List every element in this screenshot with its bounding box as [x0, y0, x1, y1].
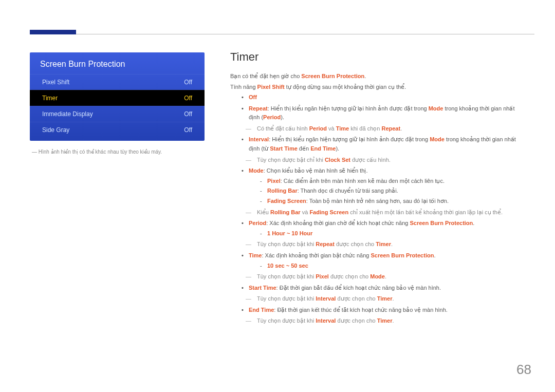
text: . [364, 73, 366, 79]
figcap-text: Hình ảnh hiển thị có thể khác nhau tùy t… [39, 149, 162, 155]
text: Tùy chọn được bật khi [257, 241, 316, 247]
text: tự động dừng sau một khoảng thời gian cụ… [285, 84, 406, 90]
osd-row-pixel-shift[interactable]: Pixel Shift Off [30, 74, 205, 90]
li-interval: Interval: Hiển thị kiểu ngăn hiện tượng … [242, 135, 524, 153]
term-period: Period [309, 125, 327, 132]
term-sec-range: 10 sec ~ 50 sec [267, 263, 308, 269]
sub-fading-screen: Fading Screen: Toàn bộ màn hình trở nên … [260, 197, 524, 206]
osd-row-label: Immediate Display [42, 110, 93, 118]
text: chỉ xuất hiện một lần bất kể khoảng thời… [348, 209, 503, 215]
term-timer: Timer [377, 318, 393, 324]
bullet-list: End Time: Đặt thời gian kết thúc để tắt … [242, 306, 524, 315]
note-start-time: Tùy chọn được bật khi Interval được chọn… [246, 294, 524, 304]
page-number: 68 [516, 362, 531, 378]
section-title: Timer [230, 50, 524, 64]
bullet-list: Mode: Chọn kiểu bảo vệ màn hình sẽ hiển … [242, 166, 524, 206]
text: . [392, 295, 394, 302]
bullet-list: Start Time: Đặt thời gian bắt đầu để kíc… [242, 284, 524, 293]
text: Tùy chọn được bật khi [257, 273, 316, 279]
note-repeat: Có thể đặt cấu hình Period và Time khi đ… [246, 124, 524, 134]
term-rolling-bar: Rolling Bar [267, 188, 298, 194]
term-repeat: Repeat [316, 241, 335, 247]
text: Có thể đặt cấu hình [257, 125, 309, 132]
text: : Đặt thời gian bắt đầu để kích hoạt chứ… [276, 285, 441, 291]
text: được chọn cho [329, 273, 370, 279]
term-start-time: Start Time [270, 145, 298, 152]
text: : Hiển thị kiểu ngăn hiện tượng giữ lại … [268, 105, 429, 111]
osd-row-timer[interactable]: Timer Off [30, 90, 205, 106]
term-time: Time [249, 252, 262, 258]
term-time: Time [336, 125, 349, 132]
text: Tính năng [230, 84, 257, 90]
bullet-list: Interval: Hiển thị kiểu ngăn hiện tượng … [242, 135, 524, 153]
text: : Đặt thời gian kết thúc để tắt kích hoạ… [274, 307, 448, 313]
term-mode: Mode [370, 273, 385, 279]
term-pixel: Pixel [316, 273, 329, 279]
text: Tùy chọn được bật chỉ khi [257, 157, 325, 163]
term-off: Off [249, 94, 257, 100]
dash-list: Pixel: Các điểm ảnh trên màn hình xen kẽ… [260, 177, 524, 206]
text: ). [281, 114, 284, 120]
li-start-time: Start Time: Đặt thời gian bắt đầu để kíc… [242, 284, 524, 293]
header-tab [30, 30, 76, 34]
osd-row-immediate-display[interactable]: Immediate Display Off [30, 106, 205, 122]
osd-row-label: Timer [42, 95, 58, 102]
sub-pixel: Pixel: Các điểm ảnh trên màn hình xen kẽ… [260, 177, 524, 186]
text: : Hiển thị kiểu ngăn hiện tượng giữ lại … [269, 136, 430, 142]
text: ). [336, 145, 339, 152]
term-clock-set: Clock Set [325, 157, 350, 163]
note-mode: Kiểu Rolling Bar và Fading Screen chỉ xu… [246, 208, 524, 217]
term-pixel-shift: Pixel Shift [257, 84, 285, 90]
note-interval: Tùy chọn được bật chỉ khi Clock Set được… [246, 156, 524, 165]
dash-list: 1 Hour ~ 10 Hour [260, 229, 524, 238]
term-timer: Timer [376, 241, 391, 247]
li-time: Time: Xác định khoảng thời gian bật chức… [242, 251, 524, 270]
text: Bạn có thể đặt hẹn giờ cho [230, 73, 301, 79]
osd-row-value: Off [184, 79, 192, 86]
text: được chọn cho [336, 318, 377, 324]
term-period: Period [249, 220, 266, 226]
osd-row-value: Off [184, 126, 192, 134]
text: Tùy chọn được bật khi [257, 318, 316, 324]
text: : Chọn kiểu bảo vệ màn hình sẽ hiển thị. [264, 167, 368, 174]
term-start-time: Start Time [249, 285, 276, 291]
term-interval: Interval [249, 136, 269, 142]
text: khi đã chọn [349, 125, 381, 132]
term-interval: Interval [316, 318, 336, 324]
figcap-dash: ― [32, 149, 39, 155]
term-end-time: End Time [249, 307, 274, 313]
text: : Thanh dọc di chuyển từ trái sang phải. [298, 188, 398, 194]
term-fading-screen: Fading Screen [267, 198, 306, 204]
term-timer: Timer [377, 295, 393, 302]
text: đến [298, 145, 310, 152]
li-repeat: Repeat: Hiển thị kiểu ngăn hiện tượng gi… [242, 104, 524, 122]
li-end-time: End Time: Đặt thời gian kết thúc để tắt … [242, 306, 524, 315]
term-interval: Interval [316, 295, 336, 302]
text: : Các điểm ảnh trên màn hình xen kẽ màu … [281, 178, 445, 184]
text: . [473, 220, 474, 226]
term-mode: Mode [249, 167, 264, 174]
term-screen-burn-protection: Screen Burn Protection [410, 220, 473, 226]
term-screen-burn-protection: Screen Burn Protection [301, 73, 364, 79]
osd-panel: Screen Burn Protection Pixel Shift Off T… [30, 52, 205, 141]
left-column: Screen Burn Protection Pixel Shift Off T… [30, 52, 205, 155]
header-rule [30, 34, 534, 34]
sub-hour-range: 1 Hour ~ 10 Hour [260, 229, 524, 238]
term-mode: Mode [430, 136, 445, 142]
osd-row-side-gray[interactable]: Side Gray Off [30, 122, 205, 141]
li-off: Off [242, 93, 524, 102]
text: : Toàn bộ màn hình trở nên sáng hơn, sau… [306, 198, 449, 204]
note-time: Tùy chọn được bật khi Pixel được chọn ch… [246, 272, 524, 282]
term-hour-range: 1 Hour ~ 10 Hour [267, 230, 312, 236]
text: và [327, 125, 336, 132]
text: : Xác định khoảng thời gian chờ để kích … [266, 220, 410, 226]
li-period: Period: Xác định khoảng thời gian chờ để… [242, 219, 524, 238]
li-mode: Mode: Chọn kiểu bảo vệ màn hình sẽ hiển … [242, 166, 524, 206]
bullet-list: Off Repeat: Hiển thị kiểu ngăn hiện tượn… [242, 93, 524, 122]
term-mode: Mode [429, 105, 443, 111]
intro-line-1: Bạn có thể đặt hẹn giờ cho Screen Burn P… [230, 72, 524, 81]
sub-sec-range: 10 sec ~ 50 sec [260, 262, 524, 271]
text: . [385, 273, 386, 279]
term-screen-burn-protection: Screen Burn Protection [371, 252, 434, 258]
text: được cấu hình. [350, 157, 391, 163]
